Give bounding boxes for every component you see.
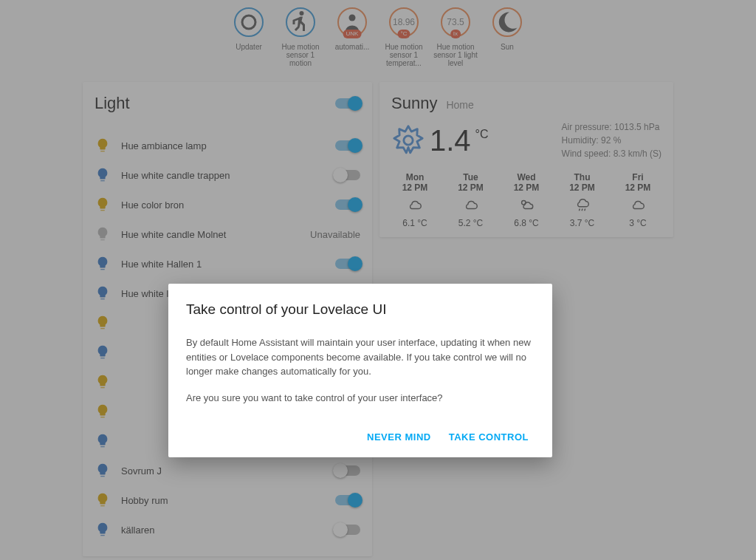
dialog-para2: Are you sure you want to take control of…: [186, 391, 535, 406]
dialog: Take control of your Lovelace UI By defa…: [168, 284, 552, 457]
confirm-button[interactable]: Take control: [443, 426, 535, 448]
dialog-actions: Never mind Take control: [186, 426, 535, 448]
dialog-title: Take control of your Lovelace UI: [186, 301, 535, 318]
dialog-body: By default Home Assistant will maintain …: [186, 335, 535, 405]
cancel-button[interactable]: Never mind: [361, 426, 437, 448]
dialog-para1: By default Home Assistant will maintain …: [186, 335, 535, 379]
modal-scrim[interactable]: Take control of your Lovelace UI By defa…: [0, 0, 756, 560]
